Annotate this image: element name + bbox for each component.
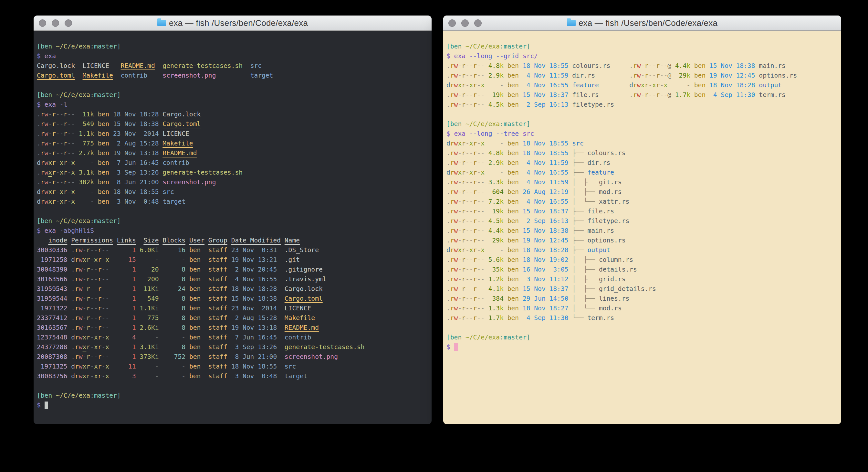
text-run: w	[44, 198, 49, 205]
zoom-button[interactable]	[65, 20, 72, 27]
text-run	[485, 178, 489, 186]
text-run: main.rs	[759, 62, 786, 69]
text-run: r	[75, 256, 79, 264]
text-run: .	[446, 198, 450, 205]
text-run	[277, 324, 285, 331]
text-run: Cargo.lock	[285, 285, 323, 293]
text-run	[690, 82, 694, 89]
text-run: 35	[489, 266, 500, 273]
text-run	[136, 363, 140, 370]
text-run	[504, 285, 507, 293]
text-run: .	[446, 256, 450, 264]
text-run: .	[37, 178, 41, 186]
text-run: x	[71, 198, 75, 205]
text-run	[485, 188, 489, 196]
text-run: 18 Nov 19:02	[523, 256, 568, 264]
text-run: 18 Nov 18:28	[231, 285, 277, 293]
text-run: 2.7	[79, 149, 90, 157]
text-run	[485, 140, 489, 147]
zoom-button[interactable]	[474, 20, 482, 27]
text-run: x	[48, 169, 52, 176]
text-run	[568, 188, 572, 196]
text-run: r	[473, 246, 477, 254]
text-run: --	[67, 149, 75, 157]
text-run	[109, 188, 113, 196]
terminal-screen[interactable]: [ben ~/C/e/exa:master]$ exaCargo.lock LI…	[34, 31, 432, 424]
text-run: colours.rs	[572, 62, 610, 69]
titlebar[interactable]: exa — fish /Users/ben/Code/exa/exa	[34, 16, 432, 31]
text-run: Size	[144, 237, 159, 244]
text-run	[485, 295, 489, 302]
text-run: r	[75, 275, 79, 283]
text-run: .	[71, 285, 75, 293]
text-run: --	[477, 237, 485, 244]
text-run	[185, 295, 189, 302]
terminal-screen[interactable]: [ben ~/C/e/exa:master]$ exa --long --gri…	[443, 31, 841, 424]
text-run: [ben	[37, 43, 56, 50]
text-run: r	[462, 159, 465, 167]
minimize-button[interactable]	[461, 20, 469, 27]
text-run: -	[458, 285, 462, 293]
text-run: -	[140, 256, 159, 264]
minimize-button[interactable]	[52, 20, 59, 27]
text-run: -	[477, 246, 481, 254]
text-run: --long --grid	[469, 52, 519, 60]
text-run: ben	[98, 149, 109, 157]
text-run: -	[458, 217, 462, 225]
text-run: :master]	[90, 217, 121, 225]
text-run: .	[446, 217, 450, 225]
text-run: x	[48, 188, 52, 196]
text-run: --	[465, 101, 473, 108]
text-run: --	[648, 72, 656, 79]
text-run	[200, 363, 208, 370]
text-run: --	[56, 140, 64, 147]
text-run: w	[454, 246, 458, 254]
text-run: w	[454, 140, 458, 147]
text-run: .	[37, 169, 41, 176]
text-run: w	[454, 217, 458, 225]
text-run	[568, 159, 572, 167]
close-button[interactable]	[39, 20, 46, 27]
text-run: git.rs	[599, 178, 622, 186]
text-run: 1	[117, 246, 136, 254]
titlebar[interactable]: exa — fish /Users/ben/Code/exa/exa	[443, 16, 841, 31]
text-run: --	[90, 324, 98, 331]
text-run: w	[79, 275, 83, 283]
text-run: x	[469, 246, 473, 254]
text-run: r	[52, 169, 56, 176]
window-title: exa — fish /Users/ben/Code/exa/exa	[567, 18, 717, 28]
text-run	[159, 373, 163, 380]
text-run: staff	[208, 334, 227, 341]
text-run: r	[473, 140, 477, 147]
text-run	[109, 169, 113, 176]
text-run	[277, 285, 285, 293]
text-run: k	[500, 217, 504, 225]
text-run: options.rs	[587, 237, 625, 244]
close-button[interactable]	[448, 20, 456, 27]
text-run: --	[67, 178, 75, 186]
text-run: .	[446, 285, 450, 293]
text-run: d	[629, 82, 633, 89]
text-run: --	[67, 130, 75, 138]
terminal-line: $	[37, 401, 428, 410]
text-run	[519, 140, 523, 147]
text-run: ├──	[572, 169, 587, 176]
text-run	[755, 82, 759, 89]
text-run: Makefile	[285, 314, 315, 322]
text-run: -	[83, 353, 87, 360]
text-run: 3.1	[79, 169, 90, 176]
terminal-line: .rw-r--r-- 4.8k ben 18 Nov 18:55 ├── col…	[446, 148, 838, 158]
terminal-line: .rw-r--r-- 4.4k ben 15 Nov 18:38 ├── mai…	[446, 226, 838, 236]
text-run: w	[454, 295, 458, 302]
text-run: -	[162, 256, 185, 264]
text-run: -	[83, 304, 87, 312]
text-run	[568, 149, 572, 157]
text-run	[109, 353, 117, 360]
text-run	[568, 314, 572, 322]
text-run: --	[67, 120, 75, 128]
text-run: r	[656, 82, 660, 89]
text-run	[185, 266, 189, 273]
text-run: --	[102, 295, 110, 302]
text-run	[568, 275, 572, 283]
terminal-line: 24377288 .rwxr-xr-x 1 3.1Ki 8 ben staff …	[37, 342, 428, 352]
